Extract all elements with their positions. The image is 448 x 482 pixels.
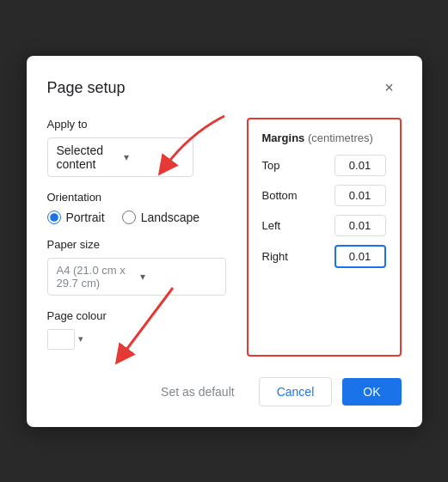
page-colour-label: Page colour <box>47 309 226 322</box>
set-as-default-button[interactable]: Set as default <box>147 378 249 406</box>
dialog-header: Page setup × <box>47 76 402 101</box>
page-setup-dialog: Page setup × Apply to Selected content ▾… <box>27 56 422 427</box>
paper-size-value: A4 (21.0 cm x 29.7 cm) <box>57 264 133 290</box>
orientation-section: Orientation Portrait Landscape <box>47 191 226 224</box>
paper-size-section: Paper size A4 (21.0 cm x 29.7 cm) ▾ <box>47 238 226 296</box>
margin-top-label: Top <box>262 159 305 172</box>
dialog-title: Page setup <box>47 79 126 97</box>
page-colour-section: Page colour ▾ <box>47 309 226 350</box>
paper-size-label: Paper size <box>47 238 226 251</box>
portrait-label: Portrait <box>66 210 105 224</box>
paper-size-select[interactable]: A4 (21.0 cm x 29.7 cm) ▾ <box>47 258 226 296</box>
margin-left-label: Left <box>262 219 305 232</box>
portrait-option[interactable]: Portrait <box>47 210 105 224</box>
margin-left-row: Left <box>262 215 386 236</box>
ok-button[interactable]: OK <box>342 378 401 406</box>
landscape-option[interactable]: Landscape <box>122 210 200 224</box>
paper-size-chevron-icon: ▾ <box>140 271 217 283</box>
landscape-label: Landscape <box>141 210 200 224</box>
colour-swatch[interactable] <box>47 329 75 350</box>
apply-to-select[interactable]: Selected content ▾ <box>47 137 193 177</box>
colour-chevron-icon: ▾ <box>78 333 83 345</box>
apply-to-chevron-icon: ▾ <box>124 151 184 163</box>
margin-top-row: Top <box>262 155 386 176</box>
close-button[interactable]: × <box>377 76 402 101</box>
margin-left-input[interactable] <box>334 215 386 236</box>
margin-bottom-input[interactable] <box>334 185 386 206</box>
cancel-button[interactable]: Cancel <box>259 377 333 406</box>
margin-bottom-row: Bottom <box>262 185 386 206</box>
dialog-body: Apply to Selected content ▾ Orientation … <box>47 118 402 357</box>
left-column: Apply to Selected content ▾ Orientation … <box>47 118 226 357</box>
colour-swatch-wrapper[interactable]: ▾ <box>47 329 226 350</box>
margin-top-input[interactable] <box>334 155 386 176</box>
portrait-radio[interactable] <box>47 210 61 224</box>
apply-to-value: Selected content <box>57 143 117 171</box>
orientation-label: Orientation <box>47 191 226 204</box>
dialog-footer: Set as default Cancel OK <box>47 377 402 406</box>
margins-unit: (centimetres) <box>308 131 373 144</box>
margin-bottom-label: Bottom <box>262 189 305 202</box>
margins-title: Margins (centimetres) <box>262 131 386 144</box>
margin-right-row: Right <box>262 245 386 268</box>
apply-to-label: Apply to <box>47 118 226 131</box>
orientation-options: Portrait Landscape <box>47 210 226 224</box>
landscape-radio[interactable] <box>122 210 136 224</box>
margins-panel: Margins (centimetres) Top Bottom Left Ri… <box>247 118 402 357</box>
margin-right-input[interactable] <box>334 245 386 268</box>
margin-right-label: Right <box>262 250 305 263</box>
